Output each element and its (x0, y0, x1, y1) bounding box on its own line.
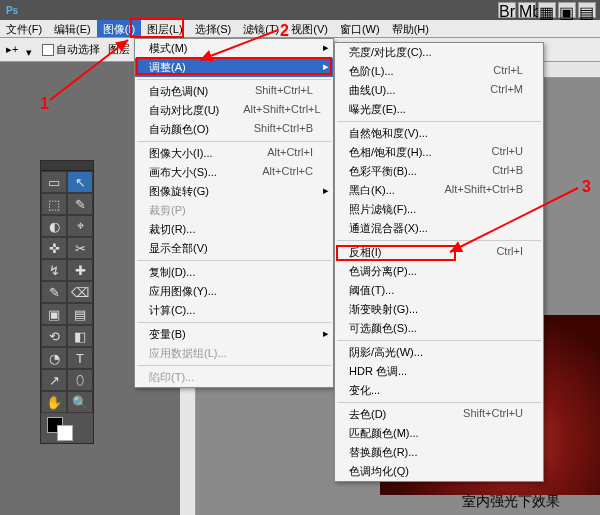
topicon-0[interactable]: Br (498, 2, 516, 18)
menu1-item-3[interactable]: 自动色调(N)Shift+Ctrl+L (135, 82, 333, 101)
menu-select[interactable]: 选择(S) (189, 20, 238, 37)
tool-15[interactable]: ◧ (67, 325, 93, 347)
tools-grid: ▭↖⬚✎◐⌖✜✂↯✚✎⌫▣▤⟲◧◔T↗⬯✋🔍 (41, 171, 93, 413)
menu1-item-21: 陷印(T)... (135, 368, 333, 387)
annotation-num-1: 1 (40, 95, 49, 113)
chevron-right-icon: ▸ (323, 60, 329, 73)
menu1-item-9[interactable]: 图像旋转(G)▸ (135, 182, 333, 201)
menu1-item-8[interactable]: 画布大小(S)...Alt+Ctrl+C (135, 163, 333, 182)
tool-3[interactable]: ✎ (67, 193, 93, 215)
chevron-right-icon: ▸ (323, 327, 329, 340)
chevron-down-icon[interactable]: ▾ (26, 46, 34, 54)
menu1-item-7[interactable]: 图像大小(I)...Alt+Ctrl+I (135, 144, 333, 163)
menu2-item-15[interactable]: 渐变映射(G)... (335, 300, 543, 319)
auto-select-label: 自动选择 (56, 42, 100, 57)
menu2-item-7[interactable]: 色彩平衡(B)...Ctrl+B (335, 162, 543, 181)
menu2-item-13[interactable]: 色调分离(P)... (335, 262, 543, 281)
color-swatches (41, 413, 93, 443)
tools-header[interactable] (41, 161, 93, 171)
menu-help[interactable]: 帮助(H) (386, 20, 435, 37)
menu2-item-3[interactable]: 曝光度(E)... (335, 100, 543, 119)
tool-19[interactable]: ⬯ (67, 369, 93, 391)
menu1-item-16[interactable]: 计算(C)... (135, 301, 333, 320)
chevron-right-icon: ▸ (323, 41, 329, 54)
tool-10[interactable]: ✎ (41, 281, 67, 303)
menu2-item-18[interactable]: 阴影/高光(W)... (335, 343, 543, 362)
menu2-item-6[interactable]: 色相/饱和度(H)...Ctrl+U (335, 143, 543, 162)
menu2-item-19[interactable]: HDR 色调... (335, 362, 543, 381)
menu2-item-23[interactable]: 匹配颜色(M)... (335, 424, 543, 443)
menu2-item-20[interactable]: 变化... (335, 381, 543, 400)
ps-logo: Ps (4, 3, 20, 17)
tool-14[interactable]: ⟲ (41, 325, 67, 347)
menu2-item-16[interactable]: 可选颜色(S)... (335, 319, 543, 338)
tool-4[interactable]: ◐ (41, 215, 67, 237)
tool-13[interactable]: ▤ (67, 303, 93, 325)
move-tool-icon: ▸+ (6, 43, 18, 56)
menu1-item-10: 裁剪(P) (135, 201, 333, 220)
topicon-2[interactable]: ▦ (538, 2, 556, 18)
topicon-4[interactable]: ▤ (578, 2, 596, 18)
tool-21[interactable]: 🔍 (67, 391, 93, 413)
menu-view[interactable]: 视图(V) (285, 20, 334, 37)
tool-5[interactable]: ⌖ (67, 215, 93, 237)
annotation-num-3: 3 (582, 178, 591, 196)
menu2-item-0[interactable]: 亮度/对比度(C)... (335, 43, 543, 62)
menu1-item-14[interactable]: 复制(D)... (135, 263, 333, 282)
image-caption: 室内强光下效果 (462, 493, 560, 511)
menu1-item-15[interactable]: 应用图像(Y)... (135, 282, 333, 301)
menu2-item-14[interactable]: 阈值(T)... (335, 281, 543, 300)
menubar: 文件(F) 编辑(E) 图像(I) 图层(L) 选择(S) 滤镜(T) 视图(V… (0, 20, 600, 38)
menu-window[interactable]: 窗口(W) (334, 20, 386, 37)
menu1-item-5[interactable]: 自动颜色(O)Shift+Ctrl+B (135, 120, 333, 139)
menu-layer[interactable]: 图层(L) (141, 20, 188, 37)
menu2-item-8[interactable]: 黑白(K)...Alt+Shift+Ctrl+B (335, 181, 543, 200)
top-right-icons: Br Mb ▦ ▣ ▤ (498, 2, 596, 18)
auto-select-checkbox[interactable] (42, 44, 54, 56)
menu1-item-0[interactable]: 模式(M)▸ (135, 39, 333, 58)
menu2-item-22[interactable]: 去色(D)Shift+Ctrl+U (335, 405, 543, 424)
menu1-item-18[interactable]: 变量(B)▸ (135, 325, 333, 344)
menu1-item-12[interactable]: 显示全部(V) (135, 239, 333, 258)
menu1-item-19: 应用数据组(L)... (135, 344, 333, 363)
group-dropdown[interactable]: 图层 (108, 42, 130, 57)
tool-6[interactable]: ✜ (41, 237, 67, 259)
menu1-item-4[interactable]: 自动对比度(U)Alt+Shift+Ctrl+L (135, 101, 333, 120)
menu1-item-1[interactable]: 调整(A)▸ (135, 58, 333, 77)
tool-12[interactable]: ▣ (41, 303, 67, 325)
background-swatch[interactable] (57, 425, 73, 441)
menu-edit[interactable]: 编辑(E) (48, 20, 97, 37)
annotation-num-2: 2 (280, 22, 289, 40)
tool-2[interactable]: ⬚ (41, 193, 67, 215)
topicon-1[interactable]: Mb (518, 2, 536, 18)
auto-select-wrap[interactable]: 自动选择 (42, 42, 100, 57)
menu2-item-2[interactable]: 曲线(U)...Ctrl+M (335, 81, 543, 100)
menu-image[interactable]: 图像(I) (97, 20, 141, 37)
menu2-item-25[interactable]: 色调均化(Q) (335, 462, 543, 481)
image-menu-dropdown: 模式(M)▸调整(A)▸自动色调(N)Shift+Ctrl+L自动对比度(U)A… (134, 38, 334, 388)
chevron-right-icon: ▸ (323, 184, 329, 197)
tools-panel: ▭↖⬚✎◐⌖✜✂↯✚✎⌫▣▤⟲◧◔T↗⬯✋🔍 (40, 160, 94, 444)
menu2-item-12[interactable]: 反相(I)Ctrl+I (335, 243, 543, 262)
menu1-item-11[interactable]: 裁切(R)... (135, 220, 333, 239)
app-topbar: Ps Br Mb ▦ ▣ ▤ (0, 0, 600, 20)
menu-file[interactable]: 文件(F) (0, 20, 48, 37)
tool-20[interactable]: ✋ (41, 391, 67, 413)
menu2-item-9[interactable]: 照片滤镜(F)... (335, 200, 543, 219)
tool-0[interactable]: ▭ (41, 171, 67, 193)
menu2-item-1[interactable]: 色阶(L)...Ctrl+L (335, 62, 543, 81)
tool-16[interactable]: ◔ (41, 347, 67, 369)
menu2-item-10[interactable]: 通道混合器(X)... (335, 219, 543, 238)
tool-17[interactable]: T (67, 347, 93, 369)
menu2-item-24[interactable]: 替换颜色(R)... (335, 443, 543, 462)
tool-18[interactable]: ↗ (41, 369, 67, 391)
tool-8[interactable]: ↯ (41, 259, 67, 281)
adjustments-submenu: 亮度/对比度(C)...色阶(L)...Ctrl+L曲线(U)...Ctrl+M… (334, 42, 544, 482)
tool-9[interactable]: ✚ (67, 259, 93, 281)
tool-11[interactable]: ⌫ (67, 281, 93, 303)
menu-filter[interactable]: 滤镜(T) (237, 20, 285, 37)
topicon-3[interactable]: ▣ (558, 2, 576, 18)
tool-7[interactable]: ✂ (67, 237, 93, 259)
tool-1[interactable]: ↖ (67, 171, 93, 193)
menu2-item-5[interactable]: 自然饱和度(V)... (335, 124, 543, 143)
